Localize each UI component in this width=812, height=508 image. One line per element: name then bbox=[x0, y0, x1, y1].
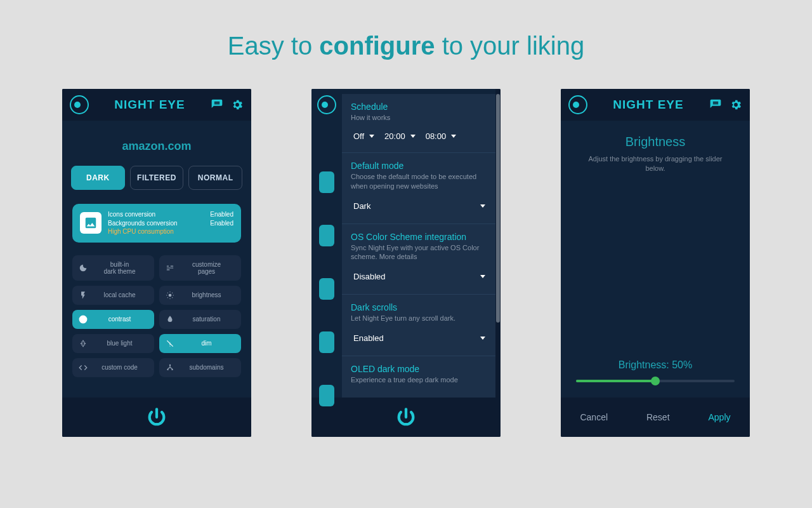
default-mode-select[interactable]: Dark bbox=[351, 197, 488, 215]
option-label: customizepages bbox=[178, 261, 235, 275]
hint-pill bbox=[319, 225, 334, 246]
section-sub: Let Night Eye turn any scroll dark. bbox=[351, 314, 488, 323]
panel-brightness: NIGHT EYE Brightness Adjust the brightne… bbox=[561, 89, 750, 437]
options-grid: built-indark themecustomizepageslocal ca… bbox=[62, 255, 251, 377]
brightness-sub: Adjust the brightness by dragging the sl… bbox=[561, 154, 750, 174]
section-sub: How it works bbox=[351, 113, 488, 123]
section-title: Schedule bbox=[351, 102, 488, 112]
option-label: built-indark theme bbox=[91, 261, 148, 275]
section-title: Default mode bbox=[351, 161, 488, 171]
power-icon[interactable] bbox=[395, 406, 417, 428]
headline: Easy to configure to your liking bbox=[0, 0, 812, 60]
option-contrast[interactable]: contrast bbox=[72, 310, 154, 329]
slider-thumb[interactable] bbox=[651, 377, 660, 385]
section-sub: Choose the default mode to be executed w… bbox=[351, 172, 488, 191]
panel2-left-strip bbox=[311, 89, 342, 398]
eye-logo-icon bbox=[317, 95, 336, 114]
apply-button[interactable]: Apply bbox=[708, 412, 730, 422]
option-brightness[interactable]: brightness bbox=[159, 286, 241, 305]
brand-title: NIGHT EYE bbox=[95, 98, 204, 112]
section-dark-scrolls: Dark scrolls Let Night Eye turn any scro… bbox=[342, 295, 497, 356]
hint-pill bbox=[319, 385, 334, 406]
option-saturation[interactable]: saturation bbox=[159, 310, 241, 329]
eye-logo-icon bbox=[70, 95, 89, 114]
section-sub: Experience a true deep dark mode bbox=[351, 375, 488, 385]
schedule-start-select[interactable]: 20:00 bbox=[382, 129, 417, 144]
power-icon[interactable] bbox=[146, 406, 167, 428]
panel-settings: Schedule How it works Off 20:00 08:00 De… bbox=[311, 89, 501, 437]
image-icon bbox=[80, 212, 102, 234]
eye-logo-icon bbox=[568, 95, 587, 114]
panel-main: NIGHT EYE amazon.com DARK FILTERED NORMA… bbox=[62, 89, 251, 437]
brightness-value-label: Brightness: 50% bbox=[576, 359, 735, 371]
option-label: subdomains bbox=[178, 364, 235, 371]
chat-icon[interactable] bbox=[211, 98, 223, 111]
header-bar: NIGHT EYE bbox=[62, 89, 251, 121]
option-label: dim bbox=[178, 340, 235, 347]
site-name: amazon.com bbox=[62, 121, 251, 166]
os-color-select[interactable]: Disabled bbox=[351, 268, 488, 285]
brightness-body: Brightness Adjust the brightness by drag… bbox=[561, 121, 750, 398]
mode-filtered-button[interactable]: FILTERED bbox=[130, 166, 184, 190]
svg-point-2 bbox=[169, 364, 171, 365]
cancel-button[interactable]: Cancel bbox=[580, 412, 608, 422]
footer-bar bbox=[311, 398, 501, 437]
gear-icon[interactable] bbox=[231, 98, 244, 111]
option-label: blue light bbox=[91, 340, 148, 347]
reset-button[interactable]: Reset bbox=[646, 412, 670, 422]
svg-point-0 bbox=[169, 293, 172, 297]
option-blue-light[interactable]: blue light bbox=[72, 334, 154, 353]
footer-bar bbox=[62, 398, 251, 437]
scrollbar[interactable] bbox=[495, 89, 501, 398]
option-label: local cache bbox=[91, 291, 148, 298]
settings-scroll: Schedule How it works Off 20:00 08:00 De… bbox=[342, 94, 497, 398]
brightness-title: Brightness bbox=[625, 135, 686, 149]
section-sub: Sync Night Eye with your active OS Color… bbox=[351, 243, 488, 262]
mode-normal-button[interactable]: NORMAL bbox=[188, 166, 242, 190]
conversion-text: Icons conversionEnabled Backgrounds conv… bbox=[108, 210, 233, 236]
svg-point-4 bbox=[171, 368, 173, 370]
mode-row: DARK FILTERED NORMAL bbox=[62, 166, 251, 204]
section-title: OLED dark mode bbox=[351, 364, 488, 374]
panel2-hints bbox=[319, 171, 334, 406]
hint-pill bbox=[319, 171, 334, 193]
header-bar: NIGHT EYE bbox=[561, 89, 750, 121]
option-label: custom code bbox=[91, 364, 148, 371]
hint-pill bbox=[319, 331, 334, 353]
option-label: saturation bbox=[178, 316, 235, 323]
option-label: contrast bbox=[91, 316, 148, 323]
option-local-cache[interactable]: local cache bbox=[72, 286, 154, 305]
option-subdomains[interactable]: subdomains bbox=[159, 358, 241, 377]
hint-pill bbox=[319, 278, 334, 300]
section-title: Dark scrolls bbox=[351, 302, 488, 312]
brightness-slider[interactable] bbox=[576, 380, 735, 382]
brand-title: NIGHT EYE bbox=[594, 98, 703, 112]
dark-scrolls-select[interactable]: Enabled bbox=[351, 330, 488, 347]
schedule-end-select[interactable]: 08:00 bbox=[423, 129, 458, 144]
section-default-mode: Default mode Choose the default mode to … bbox=[342, 153, 497, 224]
section-schedule: Schedule How it works Off 20:00 08:00 bbox=[342, 94, 497, 153]
option-label: brightness bbox=[178, 291, 235, 298]
chat-icon[interactable] bbox=[709, 98, 722, 111]
mode-dark-button[interactable]: DARK bbox=[71, 166, 125, 190]
section-os-color-scheme: OS Color Scheme integration Sync Night E… bbox=[342, 224, 497, 295]
brightness-footer: Cancel Reset Apply bbox=[561, 398, 750, 437]
conversion-box[interactable]: Icons conversionEnabled Backgrounds conv… bbox=[72, 204, 241, 243]
schedule-mode-select[interactable]: Off bbox=[351, 129, 376, 144]
option-customize-pages[interactable]: customizepages bbox=[159, 255, 241, 281]
option-built-in-dark-theme[interactable]: built-indark theme bbox=[72, 255, 154, 281]
option-custom-code[interactable]: custom code bbox=[72, 358, 154, 377]
gear-icon[interactable] bbox=[730, 98, 742, 111]
section-title: OS Color Scheme integration bbox=[351, 232, 488, 242]
section-oled: OLED dark mode Experience a true deep da… bbox=[342, 356, 497, 398]
option-dim[interactable]: dim bbox=[159, 334, 241, 353]
svg-point-3 bbox=[167, 368, 168, 370]
